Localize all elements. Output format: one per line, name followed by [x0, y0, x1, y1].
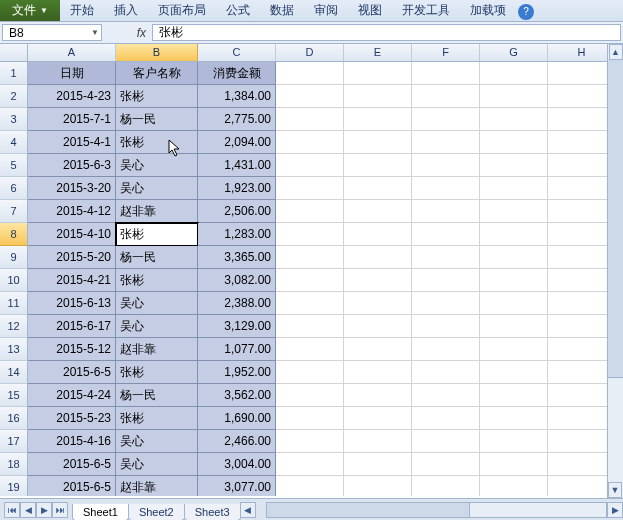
cell-empty[interactable] — [480, 361, 548, 384]
cell-empty[interactable] — [480, 315, 548, 338]
cell-B9[interactable]: 杨一民 — [116, 246, 198, 269]
row-header-11[interactable]: 11 — [0, 292, 28, 315]
tab-next-button[interactable]: ▶ — [36, 502, 52, 518]
cell-B10[interactable]: 张彬 — [116, 269, 198, 292]
cell-empty[interactable] — [548, 177, 616, 200]
cell-empty[interactable] — [276, 62, 344, 85]
cell-empty[interactable] — [276, 200, 344, 223]
cell-empty[interactable] — [412, 154, 480, 177]
cell-empty[interactable] — [276, 338, 344, 361]
cell-empty[interactable] — [412, 85, 480, 108]
cell-C4[interactable]: 2,094.00 — [198, 131, 276, 154]
cell-empty[interactable] — [276, 131, 344, 154]
sheet-tab-Sheet3[interactable]: Sheet3 — [184, 504, 241, 521]
cell-empty[interactable] — [344, 85, 412, 108]
col-header-C[interactable]: C — [198, 44, 276, 61]
cell-empty[interactable] — [548, 453, 616, 476]
menu-item-6[interactable]: 视图 — [348, 0, 392, 21]
cell-empty[interactable] — [480, 476, 548, 496]
cell-B18[interactable]: 吴心 — [116, 453, 198, 476]
row-header-18[interactable]: 18 — [0, 453, 28, 476]
cell-empty[interactable] — [412, 315, 480, 338]
cell-empty[interactable] — [412, 62, 480, 85]
row-header-6[interactable]: 6 — [0, 177, 28, 200]
cell-B4[interactable]: 张彬 — [116, 131, 198, 154]
cell-empty[interactable] — [344, 62, 412, 85]
cell-empty[interactable] — [412, 453, 480, 476]
cell-C9[interactable]: 3,365.00 — [198, 246, 276, 269]
scroll-left-button[interactable]: ◀ — [240, 502, 256, 518]
cell-C19[interactable]: 3,077.00 — [198, 476, 276, 496]
select-all-corner[interactable] — [0, 44, 28, 61]
help-icon[interactable]: ? — [518, 4, 534, 20]
cell-A3[interactable]: 2015-7-1 — [28, 108, 116, 131]
cell-empty[interactable] — [412, 200, 480, 223]
name-box[interactable]: B8 ▼ — [2, 24, 102, 41]
cell-empty[interactable] — [412, 338, 480, 361]
cell-C1[interactable]: 消费金额 — [198, 62, 276, 85]
row-header-13[interactable]: 13 — [0, 338, 28, 361]
cell-empty[interactable] — [548, 407, 616, 430]
cell-A10[interactable]: 2015-4-21 — [28, 269, 116, 292]
menu-item-8[interactable]: 加载项 — [460, 0, 516, 21]
cell-A17[interactable]: 2015-4-16 — [28, 430, 116, 453]
cell-empty[interactable] — [548, 476, 616, 496]
cell-empty[interactable] — [276, 269, 344, 292]
cell-A19[interactable]: 2015-6-5 — [28, 476, 116, 496]
cell-empty[interactable] — [276, 177, 344, 200]
cell-empty[interactable] — [480, 384, 548, 407]
cell-empty[interactable] — [412, 269, 480, 292]
row-header-16[interactable]: 16 — [0, 407, 28, 430]
sheet-tab-Sheet2[interactable]: Sheet2 — [128, 504, 185, 521]
formula-input[interactable]: 张彬 — [152, 24, 621, 41]
cell-B14[interactable]: 张彬 — [116, 361, 198, 384]
cell-empty[interactable] — [480, 292, 548, 315]
cell-empty[interactable] — [548, 108, 616, 131]
cell-empty[interactable] — [344, 200, 412, 223]
cell-empty[interactable] — [344, 246, 412, 269]
tab-prev-button[interactable]: ◀ — [20, 502, 36, 518]
cell-A2[interactable]: 2015-4-23 — [28, 85, 116, 108]
cell-A14[interactable]: 2015-6-5 — [28, 361, 116, 384]
scroll-thumb-v[interactable] — [608, 60, 623, 378]
row-header-4[interactable]: 4 — [0, 131, 28, 154]
row-header-8[interactable]: 8 — [0, 223, 28, 246]
cell-empty[interactable] — [480, 154, 548, 177]
menu-item-1[interactable]: 插入 — [104, 0, 148, 21]
cell-empty[interactable] — [276, 476, 344, 496]
cell-empty[interactable] — [548, 246, 616, 269]
cell-A4[interactable]: 2015-4-1 — [28, 131, 116, 154]
row-header-5[interactable]: 5 — [0, 154, 28, 177]
cell-A6[interactable]: 2015-3-20 — [28, 177, 116, 200]
cell-empty[interactable] — [548, 361, 616, 384]
cell-empty[interactable] — [412, 108, 480, 131]
row-header-9[interactable]: 9 — [0, 246, 28, 269]
cell-empty[interactable] — [276, 407, 344, 430]
cell-empty[interactable] — [344, 430, 412, 453]
cell-empty[interactable] — [412, 384, 480, 407]
cell-B11[interactable]: 吴心 — [116, 292, 198, 315]
cell-C17[interactable]: 2,466.00 — [198, 430, 276, 453]
scroll-up-button[interactable]: ▲ — [609, 44, 623, 60]
cell-C5[interactable]: 1,431.00 — [198, 154, 276, 177]
cell-B3[interactable]: 杨一民 — [116, 108, 198, 131]
cell-A8[interactable]: 2015-4-10 — [28, 223, 116, 246]
cell-empty[interactable] — [412, 430, 480, 453]
cell-B16[interactable]: 张彬 — [116, 407, 198, 430]
cell-empty[interactable] — [548, 223, 616, 246]
cell-empty[interactable] — [480, 85, 548, 108]
cell-A5[interactable]: 2015-6-3 — [28, 154, 116, 177]
cell-empty[interactable] — [412, 223, 480, 246]
cell-A18[interactable]: 2015-6-5 — [28, 453, 116, 476]
row-header-3[interactable]: 3 — [0, 108, 28, 131]
cell-empty[interactable] — [344, 384, 412, 407]
row-header-1[interactable]: 1 — [0, 62, 28, 85]
cell-empty[interactable] — [480, 407, 548, 430]
cell-empty[interactable] — [412, 131, 480, 154]
col-header-A[interactable]: A — [28, 44, 116, 61]
cell-empty[interactable] — [480, 131, 548, 154]
row-header-10[interactable]: 10 — [0, 269, 28, 292]
cell-empty[interactable] — [276, 292, 344, 315]
col-header-H[interactable]: H — [548, 44, 616, 61]
fx-label[interactable]: fx — [104, 22, 152, 43]
